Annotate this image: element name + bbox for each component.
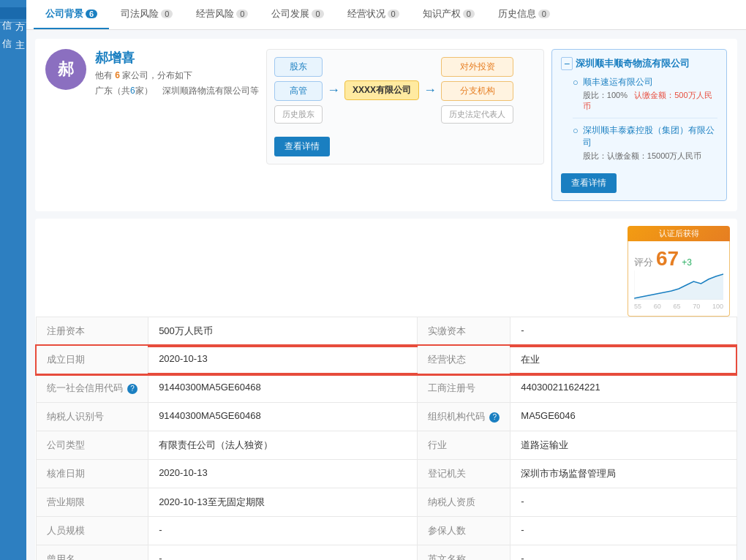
info-section: 认证后获得 评分 67 +3 [35, 219, 737, 560]
rel-history-shareholder: 历史股东 [274, 105, 323, 124]
value-biz-reg-no: 440300211624221 [510, 374, 737, 403]
score-row: 评分 67 +3 [634, 247, 723, 270]
tree-items: ○ 顺丰速运有限公司 股比：100% 认缴金额：500万人民币 [573, 76, 717, 162]
label-established: 成立日期 [36, 346, 148, 374]
value-company-type: 有限责任公司（法人独资） [148, 431, 418, 460]
person-sub: 他有 6 家公司，分布如下 [95, 69, 259, 82]
info-table: 注册资本 500万人民币 实缴资本 - 成立日期 2020-10-13 经营状态… [35, 317, 737, 560]
person-name[interactable]: 郝增喜 [95, 49, 259, 67]
label-former-name: 曾用名 [36, 545, 148, 561]
value-taxpayer-id: 91440300MA5GE60468 [148, 403, 418, 431]
tab-judicial-risk[interactable]: 司法风险0 [109, 0, 184, 29]
company-count: 6 [115, 70, 120, 80]
rel-right-col: 对外投资 分支机构 历史法定代表人 [441, 57, 513, 124]
tree-meta-1: 股比：100% 认缴金额：500万人民币 [583, 90, 717, 112]
value-established: 2020-10-13 [148, 346, 418, 374]
person-details: 郝增喜 他有 6 家公司，分布如下 广东（共6家） 深圳顺路物流有限公司等 [95, 49, 259, 97]
label-company-type: 公司类型 [36, 431, 148, 460]
chart-x-labels: 55606570100 [634, 303, 723, 310]
rel-branch: 分支机构 [441, 81, 513, 101]
table-row-credit-code: 统一社会信用代码 ? 91440300MA5GE60468 工商注册号 4403… [36, 374, 737, 403]
person-location: 广东（共6家） 深圳顺路物流有限公司等 [95, 85, 259, 97]
score-badge: 认证后获得 [628, 226, 730, 241]
table-row-biz-period: 营业期限 2020-10-13至无固定期限 纳税人资质 - [36, 488, 737, 517]
tree-item-icon-1: ○ [573, 77, 579, 88]
table-row-registered-capital: 注册资本 500万人民币 实缴资本 - [36, 317, 737, 346]
person-card: 郝 郝增喜 他有 6 家公司，分布如下 广东（共6家） 深圳顺路物流有限公司等 [35, 39, 737, 211]
tab-company-background[interactable]: 公司背景6 [34, 0, 109, 29]
help-icon-credit[interactable]: ? [127, 384, 137, 394]
score-label: 评分 [634, 256, 653, 269]
score-value: 67 [656, 247, 679, 270]
tree-company-name-2[interactable]: 深圳顺丰泰森控股（集团）有限公司 [583, 124, 717, 149]
tree-item-icon-2: ○ [573, 125, 579, 136]
value-insured-count: - [510, 517, 737, 545]
sidebar: 官方信息 自主信息 [0, 0, 26, 560]
label-taxpayer-qual: 纳税人资质 [417, 488, 510, 517]
value-org-code: MA5GE6046 [510, 403, 737, 431]
value-biz-period: 2020-10-13至无固定期限 [148, 488, 418, 517]
tab-operating-risk[interactable]: 经营风险0 [184, 0, 260, 29]
person-info-block: 郝 郝增喜 他有 6 家公司，分布如下 广东（共6家） 深圳顺路物流有限公司等 [45, 49, 259, 97]
value-registered-capital: 500万人民币 [148, 317, 418, 346]
label-reg-authority: 登记机关 [417, 460, 510, 488]
rel-center-company: XXXX有限公司 [344, 80, 419, 100]
rel-executive: 高管 [274, 81, 323, 101]
value-paid-capital: - [510, 317, 737, 346]
tree-item-1: ○ 顺丰速运有限公司 股比：100% 认缴金额：500万人民币 [573, 76, 717, 118]
tab-history[interactable]: 历史信息0 [486, 0, 562, 29]
table-row-company-type: 公司类型 有限责任公司（法人独资） 行业 道路运输业 [36, 431, 737, 460]
label-taxpayer-id: 纳税人识别号 [36, 403, 148, 431]
avatar: 郝 [45, 49, 86, 90]
sidebar-divider [0, 22, 26, 23]
company-tree-title: 深圳顺丰顺奇物流有限公司 [576, 57, 690, 70]
label-industry: 行业 [417, 431, 510, 460]
company-tree-header: − 深圳顺丰顺奇物流有限公司 [561, 57, 717, 70]
value-operating-status: 在业 [510, 346, 737, 374]
label-english-name: 英文名称 [417, 545, 510, 561]
content-area: 郝 郝增喜 他有 6 家公司，分布如下 广东（共6家） 深圳顺路物流有限公司等 [26, 30, 746, 560]
relation-diagram: 股东 高管 历史股东 → XXXX有限公司 → 对外投资 分 [266, 49, 544, 164]
arrow-2: → [423, 83, 437, 98]
value-taxpayer-qual: - [510, 488, 737, 517]
table-row-approval-date: 核准日期 2020-10-13 登记机关 深圳市市场监督管理局 [36, 460, 737, 488]
tree-meta-2: 股比：认缴金额：15000万人民币 [583, 151, 717, 162]
rel-history-legal: 历史法定代表人 [441, 105, 513, 124]
help-icon-org[interactable]: ? [489, 412, 500, 423]
label-org-code: 组织机构代码 ? [417, 403, 510, 431]
score-change: +3 [682, 257, 692, 268]
view-detail-button-left[interactable]: 查看详情 [274, 137, 330, 156]
company-tree-panel: − 深圳顺丰顺奇物流有限公司 ○ 顺丰速运有限公司 股 [551, 49, 727, 201]
table-row-former-name: 曾用名 - 英文名称 - [36, 545, 737, 561]
label-approval-date: 核准日期 [36, 460, 148, 488]
label-paid-capital: 实缴资本 [417, 317, 510, 346]
value-approval-date: 2020-10-13 [148, 460, 418, 488]
table-row-taxpayer-id: 纳税人识别号 91440300MA5GE60468 组织机构代码 ? MA5GE… [36, 403, 737, 431]
label-insured-count: 参保人数 [417, 517, 510, 545]
tree-item-2: ○ 深圳顺丰泰森控股（集团）有限公司 股比：认缴金额：15000万人民币 [573, 124, 717, 162]
tree-item-info-2: 深圳顺丰泰森控股（集团）有限公司 股比：认缴金额：15000万人民币 [583, 124, 717, 162]
rel-investment: 对外投资 [441, 57, 513, 77]
label-biz-reg-no: 工商注册号 [417, 374, 510, 403]
label-credit-code: 统一社会信用代码 ? [36, 374, 148, 403]
top-nav: 公司背景6 司法风险0 经营风险0 公司发展0 经营状况0 知识产权0 历史信息… [26, 0, 746, 30]
label-biz-period: 营业期限 [36, 488, 148, 517]
value-reg-authority: 深圳市市场监督管理局 [510, 460, 737, 488]
tree-company-name-1[interactable]: 顺丰速运有限公司 [583, 76, 717, 88]
table-row-staff-size: 人员规模 - 参保人数 - [36, 517, 737, 545]
tree-item-info-1: 顺丰速运有限公司 股比：100% 认缴金额：500万人民币 [583, 76, 717, 112]
label-registered-capital: 注册资本 [36, 317, 148, 346]
score-chart [634, 270, 723, 300]
value-english-name: - [510, 545, 737, 561]
collapse-icon[interactable]: − [561, 57, 573, 70]
value-former-name: - [148, 545, 418, 561]
label-operating-status: 经营状态 [417, 346, 510, 374]
view-detail-button-right[interactable]: 查看详情 [561, 173, 617, 193]
main-content: 公司背景6 司法风险0 经营风险0 公司发展0 经营状况0 知识产权0 历史信息… [26, 0, 746, 560]
rel-left-col: 股东 高管 历史股东 [274, 57, 323, 124]
tab-operating-status[interactable]: 经营状况0 [336, 0, 411, 29]
arrow-1: → [327, 83, 340, 98]
tab-ip[interactable]: 知识产权0 [411, 0, 486, 29]
tab-company-development[interactable]: 公司发展0 [260, 0, 335, 29]
value-industry: 道路运输业 [510, 431, 737, 460]
